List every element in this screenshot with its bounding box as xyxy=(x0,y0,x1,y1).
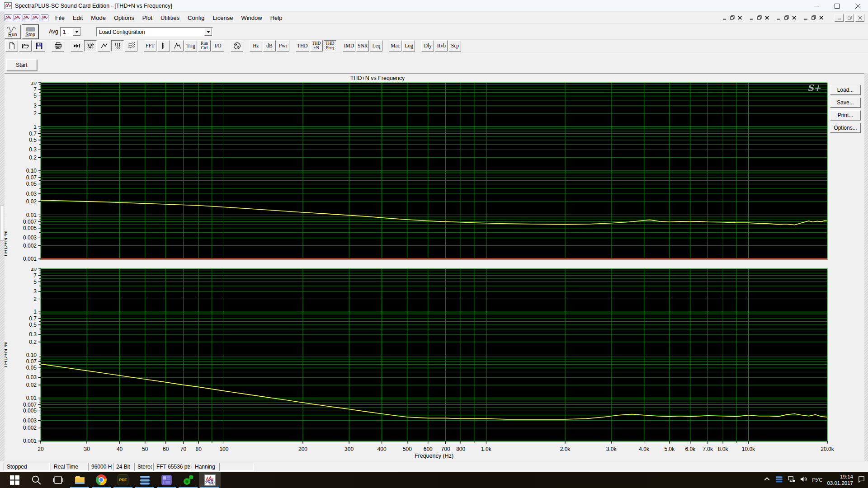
mdi-active-window-contro‌ls xyxy=(835,14,864,22)
surface-plot-button[interactable] xyxy=(125,40,137,52)
leq-button[interactable]: Leq xyxy=(370,40,382,52)
reverb-button[interactable]: Rvb xyxy=(435,40,448,52)
spectrogram-button[interactable] xyxy=(111,40,124,52)
svg-text:0.02: 0.02 xyxy=(26,382,37,388)
open-file-button[interactable] xyxy=(19,40,32,52)
chevron-down-icon[interactable] xyxy=(204,28,212,36)
units-hz-button[interactable]: Hz xyxy=(250,40,262,52)
run-control-button[interactable]: Run Ctrl xyxy=(198,40,211,52)
snr-button[interactable]: SNR xyxy=(356,40,369,52)
minimize-button[interactable] xyxy=(806,0,826,12)
svg-text:50: 50 xyxy=(142,446,148,452)
start-button[interactable]: Start xyxy=(6,59,37,71)
avg-select[interactable]: 1 xyxy=(60,27,81,37)
fast-forward-button[interactable] xyxy=(71,40,83,52)
menu-utilities[interactable]: Utilities xyxy=(156,13,184,23)
chevron-down-icon[interactable] xyxy=(73,28,80,36)
tiles-app-icon[interactable] xyxy=(156,472,177,488)
mdi-doc-icon[interactable] xyxy=(14,14,21,21)
tray-database-icon[interactable] xyxy=(775,475,783,484)
restore-icon[interactable] xyxy=(757,15,762,21)
spectraplus-app-icon[interactable]: SC xyxy=(199,472,221,488)
maximize-button[interactable] xyxy=(826,0,847,12)
mdi-doc-icon[interactable] xyxy=(5,14,12,21)
mdi-doc-icon[interactable] xyxy=(41,14,48,21)
svg-text:0.001: 0.001 xyxy=(23,438,37,444)
print-button[interactable] xyxy=(52,40,64,52)
delay-button[interactable]: Dly xyxy=(421,40,434,52)
menu-file[interactable]: File xyxy=(51,13,69,23)
units-pwr-button[interactable]: Pwr xyxy=(277,40,289,52)
file-explorer-icon[interactable] xyxy=(69,472,90,488)
volume-icon[interactable] xyxy=(800,475,807,484)
restore-icon[interactable] xyxy=(730,15,735,21)
restore-button[interactable] xyxy=(845,14,854,22)
fft-settings-button[interactable]: FFT xyxy=(144,40,156,52)
restore-icon[interactable] xyxy=(811,15,816,21)
macro-button[interactable]: Mac xyxy=(389,40,401,52)
left-edge-tab[interactable] xyxy=(0,206,4,241)
mdi-doc-icon[interactable] xyxy=(32,14,39,21)
close-icon[interactable] xyxy=(792,15,797,21)
svg-text:600: 600 xyxy=(424,446,433,452)
minimize-icon[interactable] xyxy=(722,15,727,21)
time-series-button[interactable] xyxy=(98,40,110,52)
close-button[interactable] xyxy=(855,14,864,22)
minimize-icon[interactable] xyxy=(750,15,754,21)
action-center-icon[interactable] xyxy=(858,475,865,484)
trigger-button[interactable]: Trig xyxy=(184,40,197,52)
close-icon[interactable] xyxy=(765,15,769,21)
run-button[interactable]: Run xyxy=(5,25,21,39)
signal-generator-button[interactable] xyxy=(231,40,243,52)
menu-config[interactable]: Config xyxy=(184,13,209,23)
scope-button[interactable]: Scp xyxy=(448,40,461,52)
menu-help[interactable]: Help xyxy=(266,13,287,23)
logging-button[interactable]: Log xyxy=(402,40,415,52)
chrome-icon[interactable] xyxy=(90,472,112,488)
close-button[interactable] xyxy=(847,0,868,12)
thd-freq-button[interactable]: THD Freq xyxy=(324,40,336,52)
plot-canvas-channel-1[interactable]: 10753210.70.50.30.20.100.070.050.030.020… xyxy=(0,82,868,272)
minimize-button[interactable] xyxy=(835,14,844,22)
units-db-button[interactable]: dB xyxy=(263,40,276,52)
io-device-button[interactable]: I/O xyxy=(212,40,224,52)
close-icon[interactable] xyxy=(819,15,824,21)
menu-edit[interactable]: Edit xyxy=(69,13,87,23)
task-view-button[interactable] xyxy=(47,472,69,488)
plot-canvas-channel-2[interactable]: 10753210.70.50.30.20.100.070.050.030.020… xyxy=(0,268,868,452)
green-device-app-icon[interactable] xyxy=(177,472,199,488)
scale-settings-button[interactable] xyxy=(157,40,170,52)
network-icon[interactable] xyxy=(788,475,795,484)
thd-n-button[interactable]: THD +N xyxy=(310,40,323,52)
save-file-button[interactable] xyxy=(33,40,45,52)
avg-value: 1 xyxy=(61,29,73,35)
menu-license[interactable]: License xyxy=(209,13,237,23)
load-configuration-select[interactable]: Load Configuration xyxy=(96,27,213,37)
svg-text:3: 3 xyxy=(33,288,37,295)
minimize-icon[interactable] xyxy=(804,15,808,21)
new-file-button[interactable] xyxy=(5,40,18,52)
imd-button[interactable]: IMD xyxy=(343,40,355,52)
database-app-icon[interactable] xyxy=(134,472,156,488)
menu-window[interactable]: Window xyxy=(237,13,266,23)
minimize-icon[interactable] xyxy=(777,15,781,21)
svg-text:0.07: 0.07 xyxy=(26,358,37,365)
language-indicator[interactable]: РУС xyxy=(812,477,822,483)
peak-hold-button[interactable] xyxy=(171,40,184,52)
plot-display-button[interactable] xyxy=(84,40,97,52)
mdi-window-controls xyxy=(722,14,864,22)
menu-plot[interactable]: Plot xyxy=(138,13,156,23)
plot-window: THD+N vs Frequency THD+N % THD+N % Frequ… xyxy=(0,73,868,461)
taskbar-clock[interactable]: 19:14 03.01.2017 xyxy=(827,474,853,487)
close-icon[interactable] xyxy=(738,15,742,21)
mdi-doc-icon[interactable] xyxy=(23,14,30,21)
menu-mode[interactable]: Mode xyxy=(87,13,110,23)
tray-chevron-up-icon[interactable] xyxy=(763,475,771,484)
restore-icon[interactable] xyxy=(784,15,789,21)
search-button[interactable] xyxy=(25,472,47,488)
pdf-app-icon[interactable]: PDF xyxy=(112,472,134,488)
stop-button[interactable]: Stop xyxy=(22,25,38,39)
thd-button[interactable]: THD xyxy=(296,40,309,52)
start-menu-button[interactable] xyxy=(4,472,25,488)
menu-options[interactable]: Options xyxy=(110,13,138,23)
